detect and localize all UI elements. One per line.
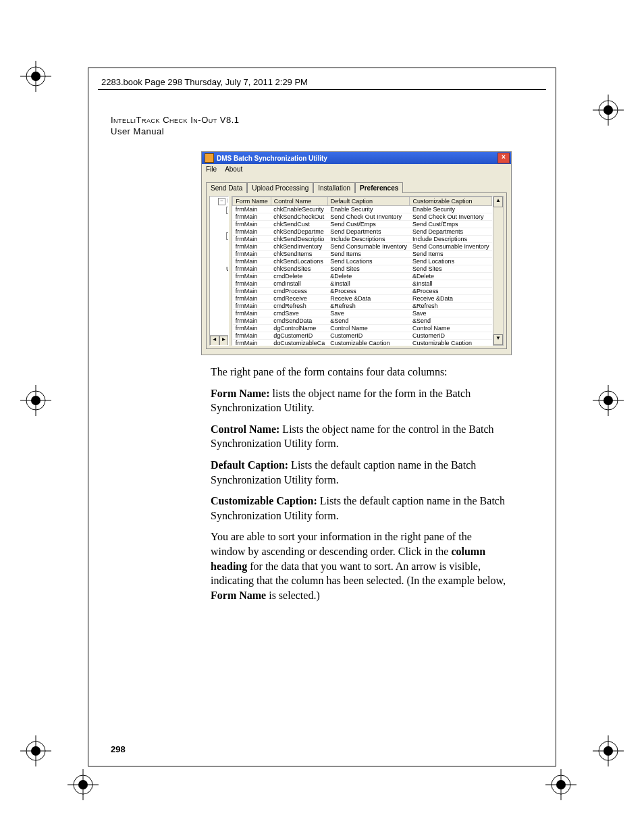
- window-title: DMS Batch Synchronization Utility: [217, 155, 327, 162]
- page-number: 298: [111, 744, 126, 754]
- column-header[interactable]: Customizable Caption: [410, 197, 492, 206]
- tree-view[interactable]: −Localization −Batch Portable Applicatio…: [209, 196, 229, 346]
- header-title: IntelliTrack Check In-Out V8.1: [111, 115, 240, 125]
- vertical-scrollbar[interactable]: ▲ ▼: [493, 196, 504, 346]
- scroll-up-icon[interactable]: ▲: [493, 197, 503, 207]
- paragraph: The right pane of the form contains four…: [211, 365, 508, 380]
- paragraph: Customizable Caption: Lists the default …: [211, 494, 508, 523]
- page-header: IntelliTrack Check In-Out V8.1 User Manu…: [111, 115, 240, 136]
- column-header[interactable]: Form Name: [233, 197, 271, 206]
- scroll-left-icon[interactable]: ◄: [210, 336, 219, 346]
- column-header[interactable]: Control Name: [271, 197, 327, 206]
- app-icon: [205, 153, 214, 163]
- scroll-right-icon[interactable]: ►: [219, 336, 229, 346]
- book-metadata-line: 2283.book Page 298 Thursday, July 7, 201…: [101, 77, 308, 87]
- registration-mark-icon: [68, 769, 99, 800]
- registration-mark-icon: [545, 769, 576, 800]
- table-row[interactable]: frmMaincmdRefresh&Refresh&Refresh: [233, 303, 492, 310]
- expand-icon[interactable]: −: [218, 198, 225, 205]
- table-row[interactable]: frmMaincmdSaveSaveSave: [233, 310, 492, 317]
- column-header[interactable]: Default Caption: [327, 197, 410, 206]
- registration-mark-icon: [20, 61, 51, 92]
- table-row[interactable]: frmMaincmdProcess&Process&Process: [233, 288, 492, 295]
- horizontal-scrollbar[interactable]: ◄ ►: [210, 335, 228, 345]
- registration-mark-icon: [593, 95, 624, 126]
- paragraph: Form Name: lists the object name for the…: [211, 386, 508, 415]
- table-row[interactable]: frmMainchkSendCustSend Cust/EmpsSend Cus…: [233, 221, 492, 228]
- table-row[interactable]: frmMaincmdReceiveReceive &DataReceive &D…: [233, 295, 492, 303]
- registration-mark-icon: [20, 385, 51, 416]
- titlebar[interactable]: DMS Batch Synchronization Utility ×: [202, 152, 511, 164]
- table-row[interactable]: frmMainchkSendItemsSend ItemsSend Items: [233, 251, 492, 258]
- table-row[interactable]: frmMaindgCustomizableCaCustomizable Capt…: [233, 340, 492, 346]
- table-row[interactable]: frmMaindgControlNameControl NameControl …: [233, 325, 492, 332]
- header-subtitle: User Manual: [111, 126, 240, 136]
- registration-mark-icon: [593, 385, 624, 416]
- registration-mark-icon: [593, 735, 624, 766]
- rule: [98, 89, 546, 90]
- expand-icon[interactable]: −: [226, 207, 229, 214]
- menubar: File About: [202, 164, 511, 178]
- table-row[interactable]: frmMainchkSendDepartmeSend DepartmentsSe…: [233, 228, 492, 236]
- table-row[interactable]: frmMainchkSendLocationsSend LocationsSen…: [233, 258, 492, 265]
- data-grid[interactable]: Form NameControl NameDefault CaptionCust…: [232, 196, 493, 346]
- tree-root[interactable]: Localization: [227, 197, 229, 204]
- tab-strip: Send Data Upload Processing Installation…: [206, 182, 507, 192]
- table-row[interactable]: frmMaincmdInstall&Install&Install: [233, 280, 492, 288]
- tree-node[interactable]: Upload Processing: [225, 265, 228, 273]
- registration-mark-icon: [20, 735, 51, 766]
- table-row[interactable]: frmMainchkSendCheckOutSend Check Out Inv…: [233, 213, 492, 221]
- paragraph: You are able to sort your information in…: [211, 529, 508, 602]
- table-row[interactable]: frmMainchkSendDescriptioInclude Descript…: [233, 236, 492, 243]
- table-row[interactable]: frmMaincmdDelete&Delete&Delete: [233, 273, 492, 280]
- close-button[interactable]: ×: [498, 153, 510, 163]
- tab-send-data[interactable]: Send Data: [206, 182, 247, 193]
- tab-preferences[interactable]: Preferences: [355, 182, 403, 193]
- menu-file[interactable]: File: [206, 165, 217, 176]
- table-row[interactable]: frmMainchkSendInventorySend Consumable I…: [233, 243, 492, 251]
- tab-installation[interactable]: Installation: [313, 182, 355, 193]
- body-text: The right pane of the form contains four…: [211, 365, 508, 609]
- expand-icon[interactable]: −: [226, 232, 229, 240]
- table-row[interactable]: frmMainchkSendSitesSend SitesSend Sites: [233, 265, 492, 273]
- app-window: DMS Batch Synchronization Utility × File…: [201, 151, 512, 355]
- table-row[interactable]: frmMainchkEnableSecurityEnable SecurityE…: [233, 206, 492, 213]
- table-row[interactable]: frmMaincmdSendData&Send&Send: [233, 317, 492, 325]
- paragraph: Default Caption: Lists the default capti…: [211, 458, 508, 487]
- tab-upload-processing[interactable]: Upload Processing: [247, 182, 313, 193]
- menu-about[interactable]: About: [225, 165, 242, 176]
- scroll-down-icon[interactable]: ▼: [493, 334, 503, 345]
- table-row[interactable]: frmMaindgCustomerIDCustomerIDCustomerID: [233, 332, 492, 340]
- paragraph: Control Name: Lists the object name for …: [211, 422, 508, 451]
